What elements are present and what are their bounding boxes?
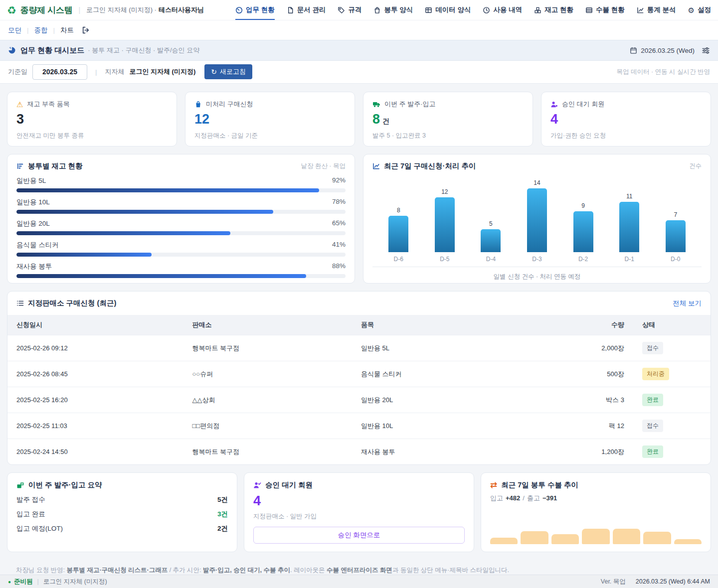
document-icon xyxy=(287,6,294,14)
stock-row: 일반용 20L65% xyxy=(16,219,346,235)
kpi-card-low-stock[interactable]: ⚠재고 부족 품목 3 안전재고 미만 봉투 종류 xyxy=(7,92,177,147)
kpi-card-pending-requests[interactable]: 미처리 구매신청 12 지정판매소 · 금일 기준 xyxy=(185,92,355,147)
nav-item-settings[interactable]: ⚙설정 xyxy=(688,0,711,20)
bar-column: 14D-3 xyxy=(514,179,560,263)
kpi-value: 8 xyxy=(372,113,380,126)
bag-icon xyxy=(373,6,381,14)
mini-bar xyxy=(582,529,609,544)
stock-percent: 88% xyxy=(332,262,346,271)
chart-bar[interactable] xyxy=(666,220,686,252)
list-icon xyxy=(16,299,24,307)
chart-bar[interactable] xyxy=(435,197,455,252)
kpi-value: 3 xyxy=(16,113,168,126)
col-header-status: 상태 xyxy=(633,315,711,335)
mini-bar xyxy=(643,532,671,544)
app-header: ♻ 종량제 시스템 | 로그인 지자체 (미지정) · 테스터사용자님 업무 현… xyxy=(0,0,718,20)
col-header-date: 신청일시 xyxy=(7,315,183,335)
org-label: 지자체 xyxy=(105,67,124,76)
kpi-card-pending-members[interactable]: 승인 대기 회원 4 가입·권한 승인 요청 xyxy=(541,92,711,147)
date-display[interactable]: 2026.03.25 (Wed) xyxy=(630,47,695,54)
view-link-summary[interactable]: 종합 xyxy=(34,26,48,35)
bar-chart-icon xyxy=(16,162,24,170)
status-badge: 접수 xyxy=(642,420,663,432)
chart-bar[interactable] xyxy=(481,229,501,252)
chart-bar[interactable] xyxy=(619,202,639,252)
table-row[interactable]: 2025-02-25 16:20 △△상회 일반용 20L 박스 3 완료 xyxy=(7,387,711,413)
warning-icon: ⚠ xyxy=(16,101,23,108)
stock-label: 일반용 20L xyxy=(16,219,50,228)
chart-bar[interactable] xyxy=(388,216,408,252)
kpi-value: 12 xyxy=(194,113,346,126)
approval-count: 4 xyxy=(253,494,465,508)
go-approval-button[interactable]: 승인 화면으로 xyxy=(253,527,465,544)
nav-item-work-status[interactable]: 업무 현황 xyxy=(235,0,275,20)
base-date-label: 기준일 xyxy=(8,67,27,76)
stock-row: 일반용 5L92% xyxy=(16,176,346,192)
trend-bar-chart: 8D-6 12D-5 5D-4 14D-3 9D-2 11D-1 7D-0 xyxy=(372,173,702,263)
stock-label: 일반용 5L xyxy=(16,176,46,185)
bar-column: 12D-5 xyxy=(422,188,468,263)
progress-fill xyxy=(16,188,319,192)
stock-panel: 봉투별 재고 현황 낱장 환산 · 목업 일반용 5L92% 일반용 10L78… xyxy=(7,154,355,284)
status-badge: 완료 xyxy=(642,394,663,406)
col-header-item: 품목 xyxy=(352,315,521,335)
bar-column: 11D-1 xyxy=(606,193,653,263)
table-row[interactable]: 2025-02-25 11:03 □□편의점 일반용 10L 팩 12 접수 xyxy=(7,413,711,439)
nav-item-usage-history[interactable]: 사용 내역 xyxy=(483,0,522,20)
nav-item-data-forms[interactable]: 데이터 양식 xyxy=(425,0,471,20)
progress-track xyxy=(16,210,346,214)
see-all-link[interactable]: 전체 보기 xyxy=(673,299,702,308)
filter-row: 기준일 | 지자체 로그인 지자체 (미지정) ↻ 새로고침 목업 데이터 · … xyxy=(0,61,718,84)
view-link-chart[interactable]: 차트 xyxy=(60,26,74,35)
bag-filled-icon xyxy=(194,101,202,108)
table-row[interactable]: 2025-02-26 09:12 행복마트 북구점 일반용 5L 2,000장 … xyxy=(7,335,711,361)
user-name: 테스터사용자님 xyxy=(159,5,204,14)
nav-item-specs[interactable]: 규격 xyxy=(338,0,361,20)
stock-percent: 41% xyxy=(332,241,346,250)
table-row[interactable]: 2025-02-24 14:50 행복마트 북구점 재사용 봉투 1,200장 … xyxy=(7,439,711,465)
mini-bar xyxy=(613,529,640,544)
chart-bar[interactable] xyxy=(527,188,547,252)
progress-track xyxy=(16,188,346,192)
status-bar: ● 준비됨 | 로그인 지자체 (미지정) Ver. 목업 2026.03.25… xyxy=(0,575,718,588)
nav-item-statistics[interactable]: 통계 분석 xyxy=(637,0,676,20)
mini-bar xyxy=(551,534,579,544)
logout-icon[interactable] xyxy=(81,26,90,34)
panel-title: 최근 7일 구매신청·처리 추이 xyxy=(384,161,476,171)
history-icon xyxy=(483,6,490,14)
chart-caption: 일별 신청 건수 · 처리 연동 예정 xyxy=(372,267,702,281)
status-org: 로그인 지자체 (미지정) xyxy=(43,578,107,586)
panel-title: 봉투별 재고 현황 xyxy=(28,161,83,171)
stock-label: 음식물 스티커 xyxy=(16,241,59,250)
col-header-store: 판매소 xyxy=(183,315,352,335)
progress-track xyxy=(16,231,346,235)
version-label: Ver. 목업 xyxy=(601,578,626,586)
kpi-unit: 건 xyxy=(382,118,389,125)
kpi-caption: 가입·권한 승인 요청 xyxy=(550,132,702,140)
chart-line-icon xyxy=(637,6,644,14)
page-subtitle: · 봉투 재고 · 구매신청 · 발주/승인 요약 xyxy=(88,46,199,55)
nav-item-documents[interactable]: 문서 관리 xyxy=(287,0,326,20)
brand: ♻ 종량제 시스템 xyxy=(7,4,72,16)
nav-item-ledger[interactable]: 수불 현황 xyxy=(585,0,625,20)
approval-caption: 지정판매소 · 일반 가입 xyxy=(253,512,465,521)
filter-sliders-icon[interactable] xyxy=(702,46,710,55)
refresh-icon: ↻ xyxy=(211,68,217,75)
tag-icon xyxy=(338,6,345,14)
stock-label: 재사용 봉투 xyxy=(16,262,52,271)
kpi-card-week-orders[interactable]: 이번 주 발주·입고 8건 발주 5 · 입고완료 3 xyxy=(363,92,533,147)
nav-item-bag-forms[interactable]: 봉투 양식 xyxy=(373,0,413,20)
refresh-button[interactable]: ↻ 새로고침 xyxy=(204,64,252,79)
chart-bar[interactable] xyxy=(573,211,593,252)
stock-label: 일반용 10L xyxy=(16,198,50,207)
gear-icon: ⚙ xyxy=(688,6,695,14)
table-row[interactable]: 2025-02-26 08:45 ○○슈퍼 음식물 스티커 500장 처리중 xyxy=(7,361,711,387)
view-link-modern[interactable]: 모던 xyxy=(8,26,21,35)
base-date-input[interactable] xyxy=(32,64,87,80)
kpi-row: ⚠재고 부족 품목 3 안전재고 미만 봉투 종류 미처리 구매신청 12 지정… xyxy=(7,92,711,147)
bar-column: 9D-2 xyxy=(560,202,606,263)
progress-track xyxy=(16,274,346,278)
bar-column: 8D-6 xyxy=(375,207,422,263)
ready-dot: ● xyxy=(8,579,11,585)
nav-item-inventory[interactable]: 재고 현황 xyxy=(534,0,573,20)
